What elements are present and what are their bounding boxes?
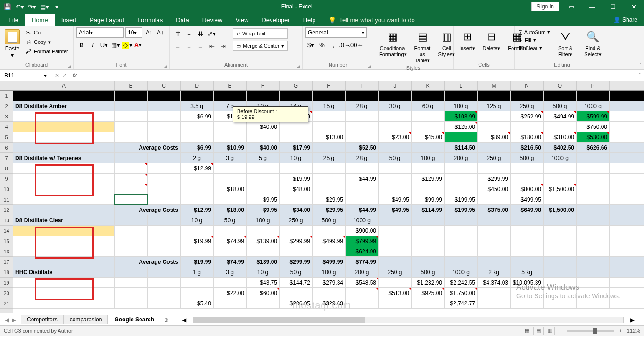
cell[interactable] <box>280 246 313 256</box>
cell[interactable]: 125 g <box>478 101 511 111</box>
row-header[interactable]: 4 <box>0 122 13 132</box>
cell[interactable]: $9.95 <box>247 194 280 204</box>
cell[interactable]: $4,374.03 <box>478 278 511 287</box>
cell[interactable]: $129.99 <box>412 174 445 184</box>
cell[interactable] <box>181 278 214 287</box>
signin-button[interactable]: Sign in <box>531 2 559 11</box>
cell[interactable] <box>346 288 379 298</box>
cell[interactable] <box>445 174 478 184</box>
cell[interactable] <box>247 184 280 194</box>
cell[interactable] <box>148 132 181 142</box>
cell[interactable] <box>577 298 610 308</box>
cell[interactable]: $99.99 <box>412 194 445 204</box>
close-icon[interactable]: ✕ <box>625 0 642 13</box>
cell[interactable] <box>247 174 280 184</box>
cell[interactable] <box>214 194 247 204</box>
autosum-button[interactable]: ∑AutoSum▾ <box>518 28 551 35</box>
cell[interactable]: 30 g <box>379 101 412 111</box>
cell[interactable]: $45.00 <box>412 132 445 142</box>
cell[interactable] <box>214 91 247 101</box>
cell[interactable]: $499.99 <box>313 257 346 267</box>
cell[interactable] <box>115 288 148 298</box>
cell[interactable] <box>379 111 412 121</box>
bold-button[interactable]: B <box>76 40 87 50</box>
cell[interactable]: 28 g <box>346 101 379 111</box>
cell[interactable]: $299.99 <box>478 174 511 184</box>
cell[interactable] <box>214 122 247 132</box>
cell[interactable] <box>379 236 412 246</box>
cell[interactable]: 3 g <box>214 267 247 277</box>
cell[interactable] <box>13 91 115 101</box>
cell[interactable] <box>412 163 445 173</box>
font-size-combo[interactable]: 10▾ <box>125 27 142 38</box>
cell[interactable] <box>511 174 544 184</box>
cell[interactable]: $499.99 <box>313 236 346 246</box>
cell[interactable]: $19.99 <box>181 236 214 246</box>
cell[interactable]: $530.00 <box>577 132 610 142</box>
cell[interactable] <box>181 91 214 101</box>
row-header[interactable]: 11 <box>0 194 13 205</box>
cell[interactable] <box>577 288 610 298</box>
cell[interactable]: 1000 g <box>577 101 610 111</box>
cell[interactable] <box>148 91 181 101</box>
zoom-in-icon[interactable]: + <box>619 328 622 334</box>
fill-color-button[interactable]: ◇▾ <box>122 40 132 50</box>
row-header[interactable]: 19 <box>0 278 13 288</box>
select-all-corner[interactable] <box>0 81 13 90</box>
cell[interactable] <box>247 163 280 173</box>
cell[interactable] <box>346 298 379 308</box>
cell[interactable]: $375.00 <box>478 205 511 215</box>
column-header[interactable]: N <box>511 81 544 90</box>
file-tab[interactable]: File <box>2 14 25 26</box>
cell[interactable]: HHC Distillate <box>13 267 115 277</box>
cell[interactable] <box>280 132 313 142</box>
cell[interactable] <box>577 215 610 225</box>
cell[interactable] <box>346 91 379 101</box>
row-header[interactable]: 20 <box>0 288 13 298</box>
cell[interactable]: $800.00 <box>511 184 544 194</box>
sheet-nav-prev-icon[interactable]: ◀ <box>5 317 9 323</box>
cell[interactable] <box>511 288 544 298</box>
cell[interactable]: $494.99 <box>544 111 577 121</box>
column-header[interactable]: K <box>412 81 445 90</box>
cell[interactable] <box>445 257 478 267</box>
cell[interactable]: 50 g <box>379 153 412 163</box>
home-tab[interactable]: Home <box>25 14 55 26</box>
cell[interactable] <box>148 111 181 121</box>
cell[interactable] <box>577 194 610 204</box>
name-box[interactable]: B11▾ <box>2 71 49 80</box>
decrease-font-icon[interactable]: A↓ <box>156 28 165 37</box>
cell[interactable] <box>412 215 445 225</box>
cell[interactable] <box>115 194 148 204</box>
dialog-launcher-icon[interactable]: ◢ <box>164 64 167 68</box>
cell[interactable]: $199.95 <box>445 205 478 215</box>
cell[interactable]: $6.99 <box>181 111 214 121</box>
cell[interactable]: $799.99 <box>346 236 379 246</box>
cell[interactable] <box>412 236 445 246</box>
cell[interactable] <box>313 122 346 132</box>
align-center-icon[interactable]: ≡ <box>184 41 194 51</box>
data-tab[interactable]: Data <box>169 14 195 26</box>
cell[interactable] <box>412 122 445 132</box>
cell[interactable] <box>445 215 478 225</box>
cell[interactable] <box>214 278 247 287</box>
cell[interactable] <box>313 288 346 298</box>
cell[interactable] <box>247 132 280 142</box>
redo-icon[interactable]: ↷▾ <box>26 1 38 12</box>
cell[interactable]: $649.98 <box>511 205 544 215</box>
cell[interactable]: Average Costs <box>115 205 181 215</box>
cell[interactable] <box>511 298 544 308</box>
cell[interactable] <box>379 184 412 194</box>
cell[interactable]: D8 Distillate w/ Terpenes <box>13 153 115 163</box>
cell[interactable]: 1 g <box>181 267 214 277</box>
cell[interactable]: Average Costs <box>115 257 181 267</box>
number-format-combo[interactable]: General▾ <box>305 27 367 38</box>
cell[interactable] <box>115 267 148 277</box>
cell[interactable]: $29.95 <box>313 194 346 204</box>
cell[interactable]: $29.95 <box>313 205 346 215</box>
cell[interactable]: 10 g <box>181 215 214 225</box>
cell[interactable]: $6.99 <box>181 143 214 152</box>
cell[interactable] <box>115 184 148 194</box>
cell[interactable] <box>346 132 379 142</box>
column-header[interactable]: D <box>181 81 214 90</box>
